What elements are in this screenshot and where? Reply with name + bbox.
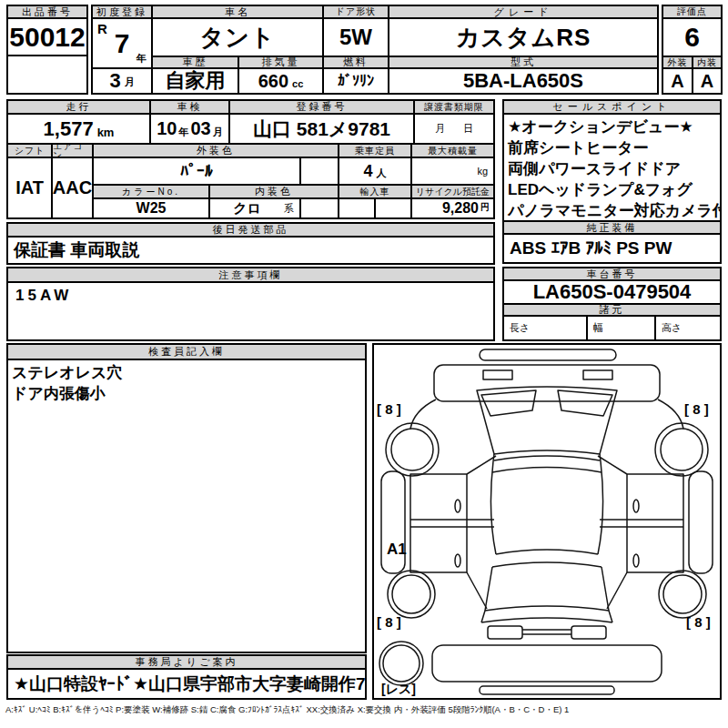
sales-line: LEDヘッドランプ&フォグ — [508, 179, 693, 200]
interior-grade-header: 内装 — [693, 56, 722, 68]
sales-point-header: セールスポイント — [503, 100, 721, 114]
damage-label-rear-left: [ 8 ] — [377, 401, 401, 417]
ext-color-empty-cell — [300, 157, 339, 185]
headlight-left — [488, 626, 522, 639]
auction-sheet: 出品番号 50012 初度登録 R 7 年 3 月 車名 タント 車歴 自家用 … — [0, 0, 728, 728]
shift-header: シフト — [7, 144, 52, 157]
fuel-header: 燃料 — [323, 56, 389, 68]
grade-header: グレード — [389, 5, 658, 18]
sales-line: 前席シートヒーター — [508, 137, 649, 158]
auction-no-empty-cell — [7, 56, 87, 94]
wheel-front-right — [659, 571, 706, 618]
door-handle-left-rear — [455, 500, 460, 512]
history-value: 自家用 — [152, 68, 238, 94]
car-name-value: タント — [152, 18, 323, 56]
office-header: 事務局よりご案内 — [7, 655, 366, 669]
displacement-value: 660 cc — [238, 68, 323, 94]
damage-label-front-right: [ 8 ] — [686, 614, 711, 630]
equipment-value: ABS ｴｱB ｱﾙﾐ PS PW — [503, 234, 721, 263]
int-color-empty-cell — [300, 198, 339, 218]
recycle-amount: 9,280 — [442, 200, 479, 217]
notes-header: 注意事項欄 — [7, 268, 494, 282]
capacity-header: 乗車定員 — [339, 144, 411, 157]
grade-value: カスタムRS — [389, 18, 658, 56]
damage-label-a1: A1 — [387, 541, 407, 559]
spare-less-label: [レス] — [381, 682, 416, 698]
cowl-hood-arc — [481, 611, 612, 622]
inspection-month-unit: 月 — [213, 126, 223, 143]
score-header: 評価点 — [662, 5, 722, 18]
side-sill-right — [689, 471, 713, 573]
rear-hinge-right — [583, 370, 612, 379]
specs-header: 諸元 — [503, 304, 721, 316]
color-no-value: W25 — [93, 198, 209, 218]
equipment-header: 純正装備 — [503, 221, 721, 234]
wheel-front-left-inner — [392, 575, 430, 613]
rear-window-pane-right — [558, 390, 612, 416]
mileage-number: 1,577 — [44, 117, 94, 141]
inspector-line: ドア内張傷小 — [12, 383, 106, 404]
model-code-value: 5BA-LA650S — [389, 68, 658, 94]
recycle-unit: 円 — [480, 201, 490, 217]
displacement-number: 660 — [258, 71, 288, 92]
notes-value: 15AW — [7, 282, 494, 340]
transfer-deadline-header: 譲渡書類期限 — [414, 100, 494, 114]
int-color-name: クロ — [210, 200, 284, 217]
sales-line: パノラマモニター対応カメラ付 — [508, 200, 721, 221]
aircon-value: AAC — [52, 157, 93, 218]
first-reg-year-unit: 年 — [136, 52, 147, 66]
chassis-value: LA650S-0479504 — [503, 280, 721, 304]
roof-side-left — [490, 454, 496, 554]
inspector-header: 検査員記入欄 — [7, 344, 366, 359]
first-reg-month-unit: 月 — [125, 76, 135, 93]
recycle-header: リサイクル預託金 — [411, 185, 494, 198]
spec-length-label: 長さ — [510, 321, 530, 335]
inspector-line: ステレオレス穴 — [12, 362, 122, 383]
spec-length-cell: 長さ — [503, 316, 587, 340]
interior-grade-value: A — [693, 68, 722, 94]
front-seat-arc-2 — [492, 562, 602, 567]
inspection-value: 10 年 03 月 — [150, 114, 229, 144]
import-empty-cell-1 — [339, 198, 375, 218]
chassis-header: 車台番号 — [503, 268, 721, 280]
first-reg-month-cell: 3 月 — [92, 68, 152, 94]
transfer-month-label: 月 — [435, 122, 445, 136]
int-color-header: 内装色 — [209, 185, 339, 198]
door-panels-right — [627, 474, 683, 572]
grille-lines — [522, 630, 571, 634]
first-reg-month: 3 — [109, 69, 120, 93]
door-shape-value: 5W — [323, 18, 389, 56]
exterior-grade-value: A — [662, 68, 693, 94]
spec-height-cell: 高さ — [655, 316, 721, 340]
first-reg-header: 初度登録 — [92, 5, 152, 18]
roof-side-right — [598, 454, 603, 554]
rear-hinge-left — [483, 370, 512, 379]
spec-height-label: 高さ — [662, 321, 682, 335]
displacement-header: 排気量 — [238, 56, 323, 68]
rear-fender-left — [410, 399, 436, 429]
door-split-right — [600, 520, 683, 527]
inspection-year: 10 — [157, 118, 177, 139]
fuel-value: ｶﾞｿﾘﾝ — [323, 68, 389, 94]
a-pillar-right — [602, 567, 609, 611]
wheel-front-right-inner — [663, 575, 702, 613]
inspection-year-unit: 年 — [179, 126, 189, 143]
transfer-deadline-value: 月 日 — [414, 114, 494, 144]
spec-width-label: 幅 — [593, 321, 603, 335]
office-value: ★山口特設ﾔｰﾄﾞ★山口県宇部市大字妻崎開作720 — [7, 669, 366, 699]
ext-color-value: ﾊﾟｰﾙ — [93, 157, 300, 185]
mileage-header: 走行 — [7, 100, 150, 114]
transfer-day-label: 日 — [463, 122, 473, 136]
door-shape-header: ドア形状 — [323, 5, 389, 18]
reg-number-value: 山口 581メ9781 — [229, 114, 414, 144]
front-lower-trim — [480, 686, 614, 694]
import-empty-cell-2 — [375, 198, 411, 218]
max-load-unit: kg — [477, 166, 488, 177]
damage-label-rear-right: [ 8 ] — [684, 401, 709, 417]
spec-width-cell: 幅 — [587, 316, 655, 340]
wheel-front-left — [388, 571, 435, 618]
capacity-value: 4 人 — [339, 157, 411, 185]
spare-wheel — [379, 642, 423, 685]
windshield-bottom — [485, 606, 609, 611]
door-panels-left — [410, 474, 467, 572]
